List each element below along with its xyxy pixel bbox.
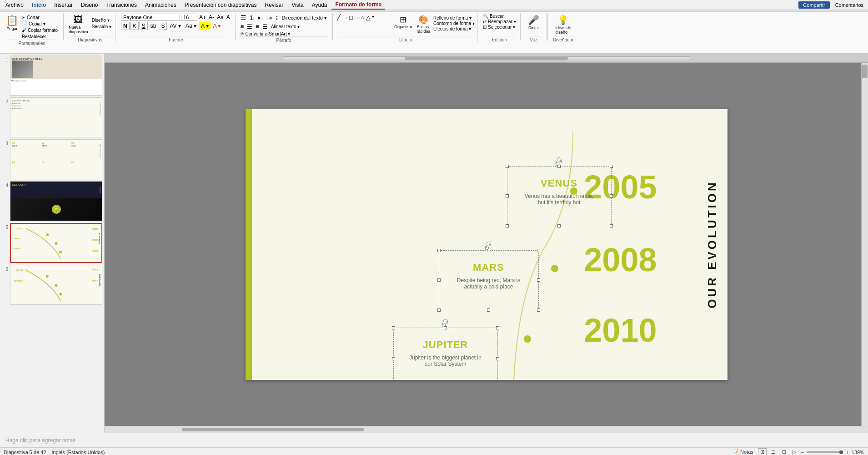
ellipse-tool[interactable]: ○ [361,14,365,21]
menu-animaciones[interactable]: Animaciones [141,1,180,9]
jupiter-desc-2: our Solar System [400,361,491,367]
slide-thumb-6[interactable]: 6 SATURN NEPTUNE 2012 2018 OUR EVOLUTION [2,265,102,305]
font-misc-button[interactable]: Α [226,14,231,21]
share-button[interactable]: Compartir [798,1,829,9]
seccion-button[interactable]: Sección ▾ [90,24,113,30]
pegar-button[interactable]: 📋 Pegar [5,14,20,32]
copiar-button[interactable]: 📄 Copiar ▾ [20,21,59,27]
font-name-input[interactable] [121,14,180,21]
increase-indent-button[interactable]: ⇥ [265,14,273,22]
comments-button[interactable]: Comentarios [833,1,866,9]
slide-img-6[interactable]: SATURN NEPTUNE 2012 2018 OUR EVOLUTION [10,265,102,305]
strikethrough-button[interactable]: sb [149,22,158,30]
bold-button[interactable]: N [121,22,130,30]
outline-view-button[interactable]: ☰ [769,449,778,455]
italic-button[interactable]: K [130,22,139,30]
menu-revisar[interactable]: Revisar [261,1,287,9]
reading-view-button[interactable]: ▷ [791,449,798,455]
menu-transiciones[interactable]: Transiciones [102,1,140,9]
vertical-scrollbar[interactable] [861,63,868,426]
notes-view-button[interactable]: 📝 Notas [731,449,755,455]
slide-img-4[interactable]: MERCURY 💡 OVERVIEW [10,181,102,221]
font-size-input[interactable] [181,14,197,21]
zoom-in-button[interactable]: + [846,449,849,455]
efectos-button[interactable]: Efectos de forma ▾ [433,26,475,31]
rect-tool[interactable]: □ [349,14,353,21]
menu-archivo[interactable]: Archivo [2,1,27,9]
slide6-preview-p1: SATURN [16,269,23,271]
slide-thumb-4[interactable]: 4 MERCURY 💡 OVERVIEW [2,181,102,221]
restablecer-button[interactable]: Restablecer [20,34,59,40]
organizar-button[interactable]: ⊞ Organizar [393,14,414,30]
bullets-button[interactable]: ☰ [239,14,248,22]
cortar-button[interactable]: ✂ Cortar [20,15,59,20]
align-left-button[interactable]: ≡ [239,23,246,30]
notes-bar[interactable]: Haga clic para agregar notas [0,433,868,447]
slide-img-2[interactable]: CONTENT TIMELINE ▪ Item one▪ Item two▪ I… [10,97,102,137]
numbering-button[interactable]: 1. [248,14,256,22]
jupiter-container[interactable]: ↻ JUPITER Jupiter is the biggest planet … [400,339,491,367]
slide-thumb-5[interactable]: 5 VENUS MARS JUPITER 2005 2008 2010 OUR … [2,223,102,263]
zoom-slider[interactable] [807,451,843,453]
justify-button[interactable]: ☰ [261,23,269,30]
slide-img-3[interactable]: 01ABOUT 02MARKET 03GOALS 04 05 06 TABLE … [10,139,102,179]
columns-button[interactable]: ⫶ [274,14,280,22]
normal-view-button[interactable]: ⊞ [758,448,767,455]
shadow-button[interactable]: S [159,22,167,30]
shape-more[interactable]: ▾ [371,14,375,21]
mars-desc: Despite being red, Mars is actually a co… [446,277,532,290]
nueva-diapositiva-icon: 🖼 [74,15,83,25]
zoom-out-button[interactable]: − [801,449,804,455]
menu-diseno[interactable]: Diseño [77,1,101,9]
seleccionar-button[interactable]: ⊡ Seleccionar ▾ [483,25,516,30]
arrow-tool[interactable]: → [341,14,348,21]
menu-insertar[interactable]: Insertar [50,1,76,9]
change-case-button[interactable]: Aa ▾ [184,22,198,30]
buscar-button[interactable]: 🔍 Buscar [483,14,516,19]
diseno-button[interactable]: Diseño ▾ [90,17,113,23]
align-center-button[interactable]: ☰ [246,23,254,30]
copiar-formato-button[interactable]: 🖌 Copiar formato [20,27,59,33]
menu-ayuda[interactable]: Ayuda [308,1,331,9]
scrollbar-thumb[interactable] [862,65,868,78]
text-direction-button[interactable]: Dirección del texto ▾ [280,15,328,21]
align-right-button[interactable]: ≡ [254,23,261,30]
highlight-button[interactable]: A ▾ [199,22,211,30]
slide-sorter-button[interactable]: ⊟ [780,449,788,455]
decrease-indent-button[interactable]: ⇤ [256,14,265,22]
dictar-button[interactable]: 🎤 Dictar [527,14,541,31]
hscrollbar-thumb[interactable] [182,428,364,431]
venus-container[interactable]: ↻ VENUS Venus has a beautiful name, but … [514,177,605,206]
menu-format-shape[interactable]: Formato de forma [331,0,385,10]
nueva-diapositiva-button[interactable]: 🖼 Nuevadiapositiva [67,14,90,35]
menu-presentacion[interactable]: Presentación con diapositivas [181,1,261,9]
menu-vista[interactable]: Vista [288,1,307,9]
font-shrink-button[interactable]: A- [208,14,215,21]
slide-thumb-2[interactable]: 2 CONTENT TIMELINE ▪ Item one▪ Item two▪… [2,97,102,137]
zoom-thumb[interactable] [839,450,843,454]
portapapeles-label: Portapapeles [5,40,59,46]
slide-img-1[interactable]: CAR MARKETING PLAN Marketing content... [10,56,102,96]
slide-thumb-1[interactable]: 1 CAR MARKETING PLAN Marketing content..… [2,56,102,96]
relleno-button[interactable]: Relleno de forma ▾ [433,15,475,20]
underline-button[interactable]: S [140,22,148,30]
reemplazar-button[interactable]: ⇄ Reemplazar ▾ [483,19,516,24]
contorno-button[interactable]: Contorno de forma ▾ [433,21,475,26]
svg-point-0 [46,233,49,236]
slide-workspace[interactable]: OUR EVOLUTION 2005 2008 2010 [105,63,868,426]
align-text-button[interactable]: Alinear texto ▾ [270,24,301,30]
slide-thumb-3[interactable]: 3 01ABOUT 02MARKET 03GOALS 04 05 06 TABL… [2,139,102,179]
ideas-diseno-button[interactable]: 💡 Ideas dediseño [554,14,572,35]
triangle-tool[interactable]: △ [366,14,371,21]
font-grow-button[interactable]: A+ [198,14,207,21]
slide-img-5[interactable]: VENUS MARS JUPITER 2005 2008 2010 OUR EV… [10,223,102,263]
font-color-button[interactable]: A ▾ [211,22,223,30]
font-spacing-button[interactable]: AV ▾ [168,22,182,30]
horizontal-scrollbar[interactable] [105,426,868,433]
menu-inicio[interactable]: Inicio [28,1,50,9]
clear-format-button[interactable]: Aa [216,14,225,21]
estilos-button[interactable]: 🎨 Estilosrápidos [416,14,432,35]
roundrect-tool[interactable]: ▭ [354,14,360,21]
line-tool[interactable]: ╱ [336,14,341,21]
mars-container[interactable]: ↻ MARS Despite being red, Mars is actual… [446,262,532,290]
